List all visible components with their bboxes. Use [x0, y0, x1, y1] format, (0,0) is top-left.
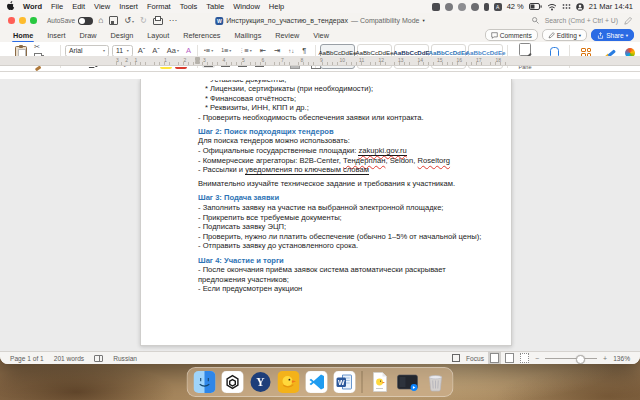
doc-text: Шаг 3: Подача заявки	[198, 193, 279, 202]
ruler-number: 13	[398, 57, 404, 63]
search-field[interactable]: Search (Cmd + Ctrl + U)	[545, 17, 618, 24]
dock-item-finder[interactable]	[194, 371, 216, 393]
font-size-select[interactable]: 11▾	[112, 45, 133, 57]
input-source-badge[interactable]: A	[494, 3, 502, 11]
font-name-select[interactable]: Arial▾	[65, 45, 109, 57]
apple-menu[interactable]	[7, 1, 15, 12]
dock-item-word[interactable]: W	[334, 371, 356, 393]
tab-layout[interactable]: Layout	[140, 29, 176, 42]
cut-icon[interactable]: ✂	[34, 43, 42, 50]
chatgpt-icon	[222, 371, 244, 393]
ribbon-tabs: HomeInsertDrawDesignLayoutReferencesMail…	[6, 29, 336, 42]
doc-line: * Лицензии, сертификаты (при необходимос…	[198, 84, 488, 94]
zoom-out-button[interactable]: −	[535, 355, 539, 362]
word-count[interactable]: 201 words	[54, 355, 84, 362]
pen-icon[interactable]	[624, 17, 632, 25]
dock-item-trash[interactable]	[425, 371, 447, 393]
home-icon[interactable]: ⌂	[98, 16, 103, 25]
word-doc-icon: W	[215, 17, 223, 25]
doc-text: - Официальные государственные площадки:	[198, 146, 358, 155]
zoom-slider-knob[interactable]	[576, 355, 585, 364]
indent-marker-bottom[interactable]	[195, 61, 200, 64]
status-app-icon-3[interactable]	[458, 3, 466, 11]
comments-button[interactable]: Comments	[485, 29, 538, 41]
tab-mailings[interactable]: Mailings	[228, 29, 269, 42]
outline-view-button[interactable]	[520, 353, 529, 363]
doc-line: Внимательно изучайте техническое задание…	[198, 179, 488, 189]
tab-draw[interactable]: Draw	[73, 29, 104, 42]
tab-references[interactable]: References	[176, 29, 227, 42]
dock-item-vscode[interactable]	[306, 371, 328, 393]
dock-item-yandex-browser[interactable]: Y	[250, 371, 272, 393]
increase-indent-button[interactable]: ⇥	[272, 46, 282, 56]
numbered-list-button[interactable]: 1≡▾	[219, 46, 233, 56]
menu-bar-status: A 42 % 21 Mar 14:41	[432, 2, 633, 11]
change-case-button[interactable]: Aa▾	[165, 46, 181, 56]
page-indicator[interactable]: Page 1 of 1	[10, 355, 44, 362]
zoom-percent[interactable]: 136%	[613, 355, 630, 362]
language-indicator[interactable]: Russian	[113, 355, 137, 362]
share-icon	[597, 32, 604, 39]
ruler-number: 6	[262, 57, 265, 63]
user-icon[interactable]	[576, 3, 584, 11]
clear-formatting-button[interactable]: A	[184, 46, 193, 56]
menu-item-table[interactable]: Table	[206, 2, 224, 11]
menu-item-insert[interactable]: Insert	[119, 2, 138, 11]
decrease-indent-button[interactable]: ⇤	[258, 46, 268, 56]
menu-item-view[interactable]: View	[94, 2, 110, 11]
grow-font-button[interactable]: Aˆ	[136, 46, 148, 56]
redo-button[interactable]: ↻	[140, 16, 147, 25]
spotlight-grid-icon[interactable]	[562, 3, 571, 10]
dock-item-chatgpt[interactable]	[222, 371, 244, 393]
menu-item-window[interactable]: Window	[233, 2, 260, 11]
undo-button[interactable]: ↺▾	[124, 16, 134, 25]
doc-line: - Прикрепить все требуемые документы;	[198, 213, 488, 223]
save-icon[interactable]	[109, 16, 118, 25]
status-app-icon-4[interactable]	[471, 3, 479, 11]
share-button[interactable]: Share▾	[591, 29, 634, 41]
show-formatting-button[interactable]: ¶	[300, 46, 308, 56]
tab-view[interactable]: View	[306, 29, 336, 42]
title-chevron-icon[interactable]: ▾	[422, 18, 424, 23]
shrink-font-button[interactable]: Aˇ	[150, 46, 162, 56]
tab-design[interactable]: Design	[104, 29, 141, 42]
zoom-window-button[interactable]	[30, 17, 37, 24]
menu-item-tools[interactable]: Tools	[180, 2, 198, 11]
menu-item-file[interactable]: File	[51, 2, 63, 11]
bullet-list-button[interactable]: •≡▾	[202, 46, 215, 56]
print-icon[interactable]	[153, 18, 163, 25]
wifi-icon[interactable]	[547, 3, 557, 11]
menu-bar-clock[interactable]: 21 Mar 14:41	[589, 2, 633, 11]
status-app-icon-2[interactable]	[445, 3, 453, 11]
focus-button[interactable]: Focus	[466, 355, 484, 362]
dock-item-duck-file[interactable]	[369, 371, 391, 393]
print-layout-view-button[interactable]	[490, 353, 499, 363]
close-window-button[interactable]	[8, 17, 15, 24]
menu-item-help[interactable]: Help	[269, 2, 284, 11]
ruler-number: 10	[340, 57, 346, 63]
word-window: AutoSave ⌂ ↺▾ ↻ ⋯ W Инструкция_по_участи…	[0, 13, 640, 364]
dock-item-window-preview[interactable]	[397, 371, 419, 393]
minimize-window-button[interactable]	[19, 17, 26, 24]
document-page[interactable]: * Уставные документы;* Лицензии, сертифи…	[140, 79, 512, 346]
sort-button[interactable]: ↑↓	[286, 47, 296, 55]
status-app-icon-5[interactable]	[484, 3, 489, 11]
menu-item-edit[interactable]: Edit	[72, 2, 85, 11]
dock-item-cyberduck[interactable]	[278, 371, 300, 393]
menu-item-app[interactable]: Word	[23, 2, 42, 11]
tab-insert[interactable]: Insert	[40, 29, 72, 42]
more-commands-button[interactable]: ⋯	[169, 16, 177, 25]
tab-review[interactable]: Review	[268, 29, 306, 42]
autosave-toggle[interactable]	[78, 17, 93, 25]
styles-pane-icon	[519, 43, 531, 56]
zoom-slider[interactable]	[545, 358, 597, 359]
multilevel-list-button[interactable]: ⋮≡▾	[237, 46, 253, 56]
web-layout-view-button[interactable]	[505, 353, 514, 363]
menu-item-format[interactable]: Format	[147, 2, 171, 11]
zoom-in-button[interactable]: +	[603, 355, 607, 362]
proofing-icon[interactable]	[94, 355, 103, 362]
horizontal-ruler[interactable]: 321123456789101112131415161718	[0, 56, 640, 66]
status-app-icon-1[interactable]	[432, 3, 440, 11]
editing-mode-button[interactable]: Editing▾	[542, 29, 587, 41]
tab-home[interactable]: Home	[6, 29, 40, 42]
